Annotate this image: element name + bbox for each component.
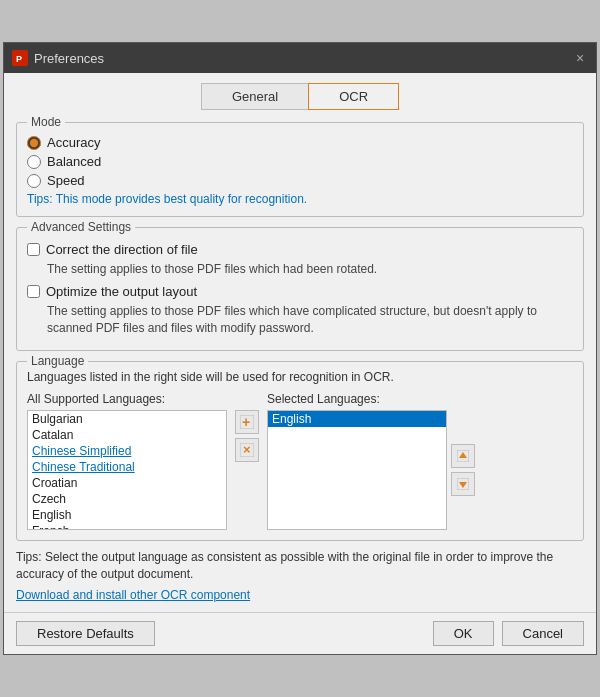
mode-tips: Tips: This mode provides best quality fo… (27, 192, 573, 206)
restore-defaults-button[interactable]: Restore Defaults (16, 621, 155, 646)
mode-accuracy-item: Accuracy (27, 135, 573, 150)
move-down-button[interactable] (451, 472, 475, 496)
all-languages-listbox[interactable]: Bulgarian Catalan Chinese Simplified Chi… (27, 410, 227, 530)
mode-accuracy-label: Accuracy (47, 135, 100, 150)
mode-speed-item: Speed (27, 173, 573, 188)
title-bar-left: P Preferences (12, 50, 104, 66)
selected-languages-col: Selected Languages: English (267, 392, 475, 530)
remove-language-button[interactable]: × (235, 438, 259, 462)
correct-direction-desc: The setting applies to those PDF files w… (47, 261, 573, 278)
selected-lang-right: English (267, 410, 475, 530)
mode-radio-group: Accuracy Balanced Speed (27, 135, 573, 188)
app-icon: P (12, 50, 28, 66)
list-item[interactable]: Chinese Simplified (28, 443, 226, 459)
mode-balanced-radio[interactable] (27, 155, 41, 169)
list-item[interactable]: English (28, 507, 226, 523)
mode-balanced-item: Balanced (27, 154, 573, 169)
correct-direction-item: Correct the direction of file (27, 242, 573, 257)
optimize-layout-desc: The setting applies to those PDF files w… (47, 303, 573, 337)
list-item[interactable]: Czech (28, 491, 226, 507)
advanced-settings-title: Advanced Settings (27, 220, 135, 234)
selected-languages-label: Selected Languages: (267, 392, 475, 406)
close-button[interactable]: × (572, 50, 588, 66)
language-tips: Tips: Select the output language as cons… (16, 549, 584, 583)
list-item[interactable]: English (268, 411, 446, 427)
mode-section-title: Mode (27, 115, 65, 129)
optimize-layout-checkbox[interactable] (27, 285, 40, 298)
svg-text:P: P (16, 54, 22, 64)
mode-accuracy-radio[interactable] (27, 136, 41, 150)
list-item[interactable]: Croatian (28, 475, 226, 491)
correct-direction-checkbox[interactable] (27, 243, 40, 256)
list-item[interactable]: Bulgarian (28, 411, 226, 427)
optimize-layout-item: Optimize the output layout (27, 284, 573, 299)
optimize-layout-label: Optimize the output layout (46, 284, 197, 299)
mode-speed-radio[interactable] (27, 174, 41, 188)
language-section: Language Languages listed in the right s… (16, 361, 584, 541)
updown-buttons (451, 410, 475, 530)
advanced-settings-section: Advanced Settings Correct the direction … (16, 227, 584, 351)
add-language-button[interactable]: + (235, 410, 259, 434)
mode-section: Mode Accuracy Balanced Speed Tips: This … (16, 122, 584, 217)
svg-text:×: × (243, 443, 251, 457)
list-item[interactable]: French (28, 523, 226, 530)
dialog-footer: Restore Defaults OK Cancel (4, 612, 596, 654)
selected-languages-listbox[interactable]: English (267, 410, 447, 530)
tab-bar: General OCR (16, 83, 584, 110)
language-section-title: Language (27, 354, 88, 368)
dialog-content: General OCR Mode Accuracy Balanced Speed (4, 73, 596, 612)
mode-speed-label: Speed (47, 173, 85, 188)
dialog-title: Preferences (34, 51, 104, 66)
language-description: Languages listed in the right side will … (27, 370, 573, 384)
list-item[interactable]: Catalan (28, 427, 226, 443)
download-link[interactable]: Download and install other OCR component (16, 588, 250, 602)
mode-balanced-label: Balanced (47, 154, 101, 169)
correct-direction-label: Correct the direction of file (46, 242, 198, 257)
list-item[interactable]: Chinese Traditional (28, 459, 226, 475)
svg-text:+: + (242, 415, 250, 429)
footer-right-buttons: OK Cancel (433, 621, 584, 646)
preferences-dialog: P Preferences × General OCR Mode Accurac… (3, 42, 597, 655)
title-bar: P Preferences × (4, 43, 596, 73)
all-languages-col: All Supported Languages: Bulgarian Catal… (27, 392, 227, 530)
ok-button[interactable]: OK (433, 621, 494, 646)
language-lists: All Supported Languages: Bulgarian Catal… (27, 392, 573, 530)
move-up-button[interactable] (451, 444, 475, 468)
cancel-button[interactable]: Cancel (502, 621, 584, 646)
lang-transfer-buttons: + × (235, 392, 259, 462)
all-languages-label: All Supported Languages: (27, 392, 227, 406)
tab-ocr[interactable]: OCR (308, 83, 399, 110)
tab-general[interactable]: General (201, 83, 308, 110)
